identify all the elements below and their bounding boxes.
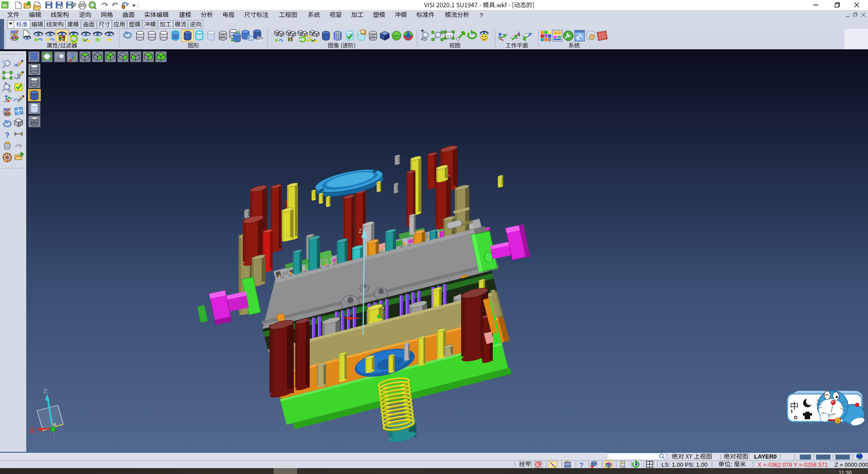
- svg-text:Z: Z: [359, 228, 362, 234]
- svg-text:Z: Z: [43, 388, 47, 394]
- svg-text:11:36: 11:36: [839, 470, 852, 474]
- svg-text:LS: 1.00 PS: 1.00: LS: 1.00 PS: 1.00: [661, 461, 708, 468]
- svg-text:X =-0362.079 Y =-0258.571: X =-0362.079 Y =-0258.571: [758, 462, 828, 468]
- svg-text:LAYER0: LAYER0: [754, 453, 777, 460]
- svg-text:Z = 0000.000: Z = 0000.000: [835, 462, 868, 468]
- svg-text:?: ?: [579, 461, 583, 469]
- svg-text:?: ?: [5, 131, 9, 140]
- svg-text:?: ?: [480, 12, 483, 19]
- svg-text:1:1: 1:1: [447, 34, 452, 38]
- svg-text:Vi: Vi: [2, 3, 7, 8]
